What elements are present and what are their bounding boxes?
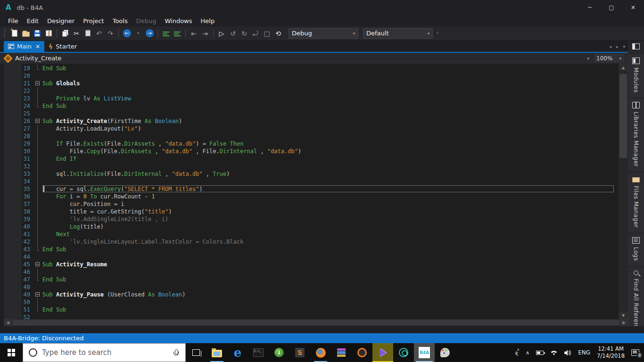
build-config-dropdown[interactable]: Default▾ [363, 28, 433, 39]
comment-icon[interactable] [160, 28, 172, 39]
tab-scroll-right-icon[interactable]: ▸ [616, 44, 619, 49]
taskbar-app-command-prompt[interactable]: C:\_ [248, 343, 269, 362]
code-line[interactable]: 23 Private lv As ListView [4, 95, 615, 102]
code-line[interactable]: 44 [4, 253, 615, 261]
code-line[interactable]: 30 File.Copy(File.DirAssets , "data.db" … [4, 148, 615, 155]
tab-close-icon[interactable]: ✕ [35, 43, 40, 50]
code-line[interactable]: 19End Sub [4, 65, 615, 72]
task-view-button[interactable] [186, 343, 206, 362]
new-project-icon[interactable] [9, 28, 20, 39]
menu-project[interactable]: Project [79, 16, 108, 26]
run-icon[interactable]: ▷ [216, 28, 227, 39]
microphone-icon[interactable] [173, 349, 179, 356]
tab-list-dropdown-icon[interactable]: ▾ [623, 44, 625, 49]
zoom-dropdown[interactable]: 100% ▾ [593, 54, 624, 63]
taskbar-app-media-player[interactable] [352, 343, 372, 362]
code-line[interactable]: 22 [4, 87, 615, 95]
taskbar-app-winrar[interactable] [331, 343, 352, 362]
restart-icon[interactable]: ⟲ [272, 28, 284, 39]
code-line[interactable]: 26Sub Activity_Create(FirstTime As Boole… [4, 117, 615, 125]
menu-help[interactable]: Help [197, 16, 219, 26]
start-button[interactable] [0, 343, 23, 362]
code-editor[interactable]: 19End Sub2021Sub Globals2223 Private lv … [4, 64, 628, 326]
code-line[interactable]: 38 title = cur.GetString("title") [4, 208, 615, 215]
clock[interactable]: 12:41 AM 7/14/2018 [597, 346, 625, 360]
taskbar-app-navicat[interactable] [393, 343, 414, 362]
sidebar-tab-modules[interactable]: Modules [628, 54, 644, 97]
toolbar-grip[interactable] [4, 29, 7, 38]
stop-icon[interactable]: □ [261, 28, 272, 39]
code-line[interactable]: 28 [4, 132, 615, 140]
code-line[interactable]: 47End Sub [4, 276, 615, 283]
menu-windows[interactable]: Windows [160, 16, 196, 26]
resume-icon[interactable]: ⤾ [250, 28, 261, 39]
people-icon[interactable]: ꭆᴿ [515, 349, 519, 356]
scroll-up-icon[interactable]: ▲ [619, 64, 628, 71]
taskbar-app-edge[interactable]: e [227, 343, 248, 362]
next-sub-icon[interactable]: ⇥ [199, 28, 211, 39]
package-icon[interactable] [43, 28, 54, 39]
code-line[interactable]: 49Sub Activity_Pause (UserClosed As Bool… [4, 291, 615, 298]
code-line[interactable]: 40 Log(title) [4, 223, 615, 230]
undo-icon[interactable]: ↶ [93, 28, 105, 39]
language-indicator[interactable]: ENG [578, 349, 590, 356]
vertical-scroll-thumb[interactable] [619, 74, 627, 158]
taskbar-app-firefox[interactable] [310, 343, 331, 362]
tab-scroll-left-icon[interactable]: ◂ [609, 44, 611, 49]
debug-mode-dropdown[interactable]: Debug▾ [289, 28, 358, 39]
vertical-scrollbar[interactable]: ▲ ▼ [619, 64, 628, 319]
taskbar-app-sublime-text[interactable]: S [289, 343, 310, 362]
horizontal-scrollbar[interactable]: ◀ ▶ [4, 319, 628, 326]
wifi-icon[interactable] [550, 350, 558, 356]
action-center-icon[interactable]: 8 [631, 349, 639, 356]
code-line[interactable]: 21Sub Globals [4, 80, 615, 87]
code-line[interactable]: 24End Sub [4, 102, 615, 110]
fold-collapse-icon[interactable] [35, 291, 42, 298]
uncomment-icon[interactable] [172, 28, 183, 39]
scroll-left-icon[interactable]: ◀ [4, 319, 12, 326]
volume-icon[interactable] [564, 350, 571, 356]
code-line[interactable]: 33 sql.Initialize(File.DirInternal , "da… [4, 170, 615, 178]
menu-designer[interactable]: Designer [43, 16, 79, 26]
code-line[interactable]: 42 'lv.SingleLineLayout.Label.TextColor … [4, 238, 615, 246]
sidebar-tab-files-manager[interactable]: Files Manager [628, 173, 644, 232]
horizontal-scroll-thumb[interactable] [13, 320, 619, 325]
navigate-back-icon[interactable]: ← [121, 28, 132, 39]
scroll-right-icon[interactable]: ▶ [620, 319, 628, 326]
battery-icon[interactable] [536, 351, 544, 355]
back-history-dropdown-icon[interactable]: ▾ [132, 28, 144, 39]
code-line[interactable]: 39 'lv.AddSingleLine2(title , i) [4, 215, 615, 223]
navigate-forward-icon[interactable]: → [144, 28, 155, 39]
code-line[interactable]: 27 Activity.LoadLayout("Lv") [4, 125, 615, 132]
code-line[interactable]: 50 [4, 298, 615, 306]
code-line[interactable]: 45Sub Activity_Resume [4, 261, 615, 268]
taskbar-app-paint[interactable] [435, 343, 455, 362]
menu-debug[interactable]: Debug [132, 16, 161, 26]
code-line[interactable]: 41 Next [4, 230, 615, 238]
code-area[interactable]: 19End Sub2021Sub Globals2223 Private lv … [4, 65, 615, 326]
menu-edit[interactable]: Edit [23, 16, 43, 26]
minimize-button[interactable]: ─ [579, 0, 601, 15]
taskbar-app-file-explorer[interactable] [206, 343, 227, 362]
open-project-icon[interactable] [20, 28, 32, 39]
scroll-down-icon[interactable]: ▼ [619, 312, 628, 319]
code-line[interactable]: 43End Sub [4, 246, 615, 253]
code-line[interactable]: 32 [4, 163, 615, 170]
compile-debug-icon[interactable]: ↺ [227, 28, 239, 39]
menu-file[interactable]: File [4, 16, 23, 26]
tab-main[interactable]: Main✕ [4, 41, 44, 52]
code-line[interactable]: 35 cur = sql.ExecQuery("SELECT * FROM ti… [4, 185, 615, 193]
tray-expand-icon[interactable]: ∧ [526, 350, 529, 356]
compile-release-icon[interactable]: ↻ [239, 28, 250, 39]
fold-collapse-icon[interactable] [35, 80, 42, 87]
code-line[interactable]: 29 If File.Exists(File.DirAssets , "data… [4, 140, 615, 148]
maximize-button[interactable]: ▢ [601, 0, 622, 15]
fold-collapse-icon[interactable] [35, 261, 42, 268]
previous-sub-icon[interactable]: ⇤ [188, 28, 199, 39]
paste-icon[interactable] [82, 28, 93, 39]
taskbar-app-idm[interactable]: ↓ [269, 343, 289, 362]
code-line[interactable]: 20 [4, 72, 615, 80]
menu-tools[interactable]: Tools [108, 16, 132, 26]
cut-icon[interactable]: ✂ [71, 28, 82, 39]
code-line[interactable]: 36 For i = 0 To cur.RowCount - 1 [4, 193, 615, 200]
